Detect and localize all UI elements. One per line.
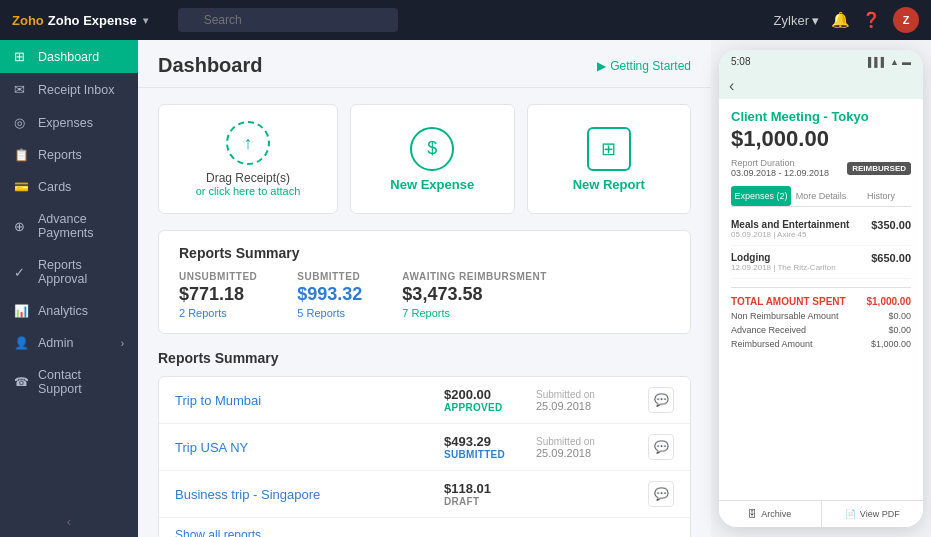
report-name[interactable]: Business trip - Singapore [175, 487, 432, 502]
new-expense-label: New Expense [390, 177, 474, 192]
reports-summary-box: Reports Summary UNSUBMITTED $771.18 2 Re… [158, 230, 691, 334]
summary-stats: UNSUBMITTED $771.18 2 Reports SUBMITTED … [179, 271, 670, 319]
sidebar-item-label: Reports Approval [38, 258, 124, 286]
phone-amount: $1,000.00 [731, 126, 911, 152]
stat-value: $993.32 [297, 284, 362, 305]
report-name[interactable]: Trip to Mumbai [175, 393, 432, 408]
search-input[interactable] [178, 8, 398, 32]
phone-expense-row: Lodging 12.09.2018 | The Ritz-Carlton $6… [731, 246, 911, 279]
table-row: Business trip - Singapore $118.01 DRAFT … [159, 471, 690, 518]
battery-icon: ▬ [902, 57, 911, 67]
phone-archive-button[interactable]: 🗄 Archive [719, 501, 822, 527]
table-row: Trip to Mumbai $200.00 APPROVED Submitte… [159, 377, 690, 424]
phone-view-pdf-button[interactable]: 📄 View PDF [822, 501, 924, 527]
avatar[interactable]: Z [893, 7, 919, 33]
stat-link[interactable]: 7 Reports [402, 307, 546, 319]
phone-trip-title: Client Meeting - Tokyo [731, 109, 911, 124]
sidebar: ⊞ Dashboard ✉ Receipt Inbox ◎ Expenses 📋… [0, 40, 138, 537]
contact-support-icon: ☎ [14, 375, 30, 389]
topbar-right: Zylker ▾ 🔔 ❓ Z [774, 7, 919, 33]
user-menu[interactable]: Zylker ▾ [774, 13, 819, 28]
report-message-icon[interactable]: 💬 [648, 387, 674, 413]
expenses-icon: ◎ [14, 115, 30, 130]
phone-footer: 🗄 Archive 📄 View PDF [719, 500, 923, 527]
notifications-icon[interactable]: 🔔 [831, 11, 850, 29]
stat-link[interactable]: 5 Reports [297, 307, 362, 319]
stat-awaiting: AWAITING REIMBURSMENT $3,473.58 7 Report… [402, 271, 546, 319]
signal-icon: ▌▌▌ [868, 57, 887, 67]
drag-sublabel: or click here to attach [196, 185, 301, 197]
stat-label: SUBMITTED [297, 271, 362, 282]
phone-expense-row: Meals and Entertainment 05.09.2018 | Axi… [731, 213, 911, 246]
topbar: Zoho Zoho Expense ▾ 🔍 Zylker ▾ 🔔 ❓ Z [0, 0, 931, 40]
phone-content: Client Meeting - Tokyo $1,000.00 Report … [719, 99, 923, 500]
phone-nav: ‹ [719, 73, 923, 99]
phone-exp-sub: 12.09.2018 | The Ritz-Carlton [731, 263, 836, 272]
reports-list-section: Reports Summary Trip to Mumbai $200.00 A… [158, 350, 691, 537]
sidebar-item-expenses[interactable]: ◎ Expenses [0, 106, 138, 139]
phone-duration-value: 03.09.2018 - 12.09.2018 [731, 168, 829, 178]
pdf-icon: 📄 [845, 509, 856, 519]
phone-tab-expenses[interactable]: Expenses (2) [731, 186, 791, 206]
sidebar-item-receipt-inbox[interactable]: ✉ Receipt Inbox [0, 73, 138, 106]
phone-exp-amount: $650.00 [871, 252, 911, 264]
sidebar-item-contact-support[interactable]: ☎ Contact Support [0, 359, 138, 405]
phone-back-button[interactable]: ‹ [729, 77, 734, 94]
phone-tab-history[interactable]: History [851, 186, 911, 206]
report-message-icon[interactable]: 💬 [648, 434, 674, 460]
stat-value: $3,473.58 [402, 284, 546, 305]
stat-submitted: SUBMITTED $993.32 5 Reports [297, 271, 362, 319]
phone-duration-label: Report Duration [731, 158, 829, 168]
phone-exp-amount: $350.00 [871, 219, 911, 231]
phone-total-section: TOTAL AMOUNT SPENT $1,000.00 Non Reimbur… [731, 287, 911, 351]
sidebar-item-label: Admin [38, 336, 73, 350]
stat-value: $771.18 [179, 284, 257, 305]
drag-receipt-card[interactable]: ↑ Drag Receipt(s) or click here to attac… [158, 104, 338, 214]
stat-unsubmitted: UNSUBMITTED $771.18 2 Reports [179, 271, 257, 319]
phone-exp-label: Meals and Entertainment [731, 219, 849, 230]
reports-list-box: Trip to Mumbai $200.00 APPROVED Submitte… [158, 376, 691, 537]
show-all-reports-link[interactable]: Show all reports [159, 518, 690, 537]
cards-icon: 💳 [14, 180, 30, 194]
sidebar-item-label: Dashboard [38, 50, 99, 64]
folder-plus-icon: ⊞ [587, 127, 631, 171]
report-amount: $200.00 [444, 387, 524, 402]
phone-total-row-main: TOTAL AMOUNT SPENT $1,000.00 [731, 294, 911, 309]
phone-exp-label: Lodging [731, 252, 836, 263]
advance-payments-icon: ⊕ [14, 219, 30, 234]
sidebar-item-cards[interactable]: 💳 Cards [0, 171, 138, 203]
phone-total-row: Non Reimbursable Amount $0.00 [731, 309, 911, 323]
new-report-label: New Report [573, 177, 645, 192]
report-message-icon[interactable]: 💬 [648, 481, 674, 507]
page-title: Dashboard [158, 54, 262, 77]
phone-status-bar: 5:08 ▌▌▌ ▲ ▬ [719, 50, 923, 73]
logo-dropdown-icon[interactable]: ▾ [143, 15, 148, 26]
new-report-card[interactable]: ⊞ New Report [527, 104, 692, 214]
play-icon: ▶ [597, 59, 606, 73]
help-icon[interactable]: ❓ [862, 11, 881, 29]
report-amount: $118.01 [444, 481, 524, 496]
reports-icon: 📋 [14, 148, 30, 162]
main-content: Dashboard ▶ Getting Started ↑ Drag Recei… [138, 40, 711, 537]
sidebar-item-admin[interactable]: 👤 Admin › [0, 327, 138, 359]
stat-link[interactable]: 2 Reports [179, 307, 257, 319]
reports-summary-title: Reports Summary [179, 245, 670, 261]
table-row: Trip USA NY $493.29 SUBMITTED Submitted … [159, 424, 690, 471]
sidebar-item-reports[interactable]: 📋 Reports [0, 139, 138, 171]
sidebar-item-label: Contact Support [38, 368, 124, 396]
getting-started-link[interactable]: ▶ Getting Started [597, 59, 691, 73]
sidebar-collapse-button[interactable]: ‹ [0, 506, 138, 537]
report-status: APPROVED [444, 402, 524, 413]
sidebar-item-advance-payments[interactable]: ⊕ Advance Payments [0, 203, 138, 249]
sidebar-item-label: Advance Payments [38, 212, 124, 240]
new-expense-card[interactable]: $ New Expense [350, 104, 515, 214]
report-amount: $493.29 [444, 434, 524, 449]
sidebar-item-analytics[interactable]: 📊 Analytics [0, 295, 138, 327]
sidebar-item-reports-approval[interactable]: ✓ Reports Approval [0, 249, 138, 295]
phone-tab-more-details[interactable]: More Details [791, 186, 851, 206]
sidebar-item-dashboard[interactable]: ⊞ Dashboard [0, 40, 138, 73]
dashboard-icon: ⊞ [14, 49, 30, 64]
report-name[interactable]: Trip USA NY [175, 440, 432, 455]
reports-list-title: Reports Summary [158, 350, 691, 366]
report-date: Submitted on 25.09.2018 [536, 389, 636, 412]
